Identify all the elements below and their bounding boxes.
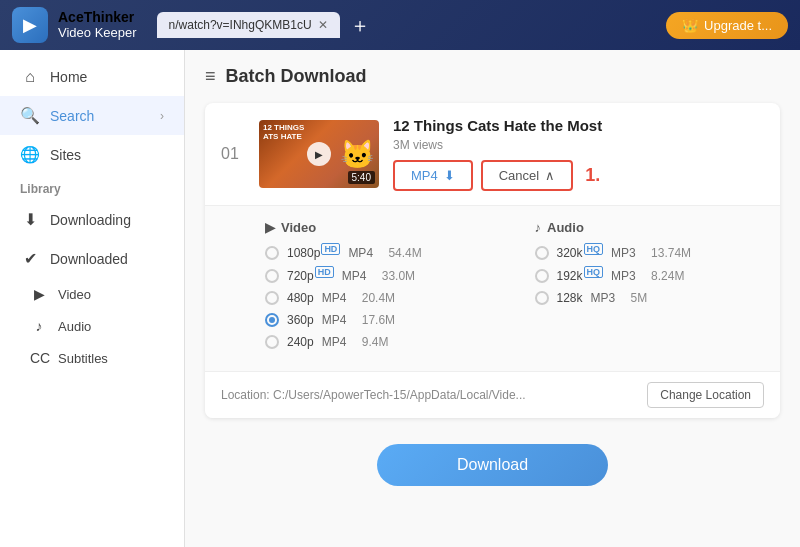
radio-128k[interactable] [535,291,549,305]
video-thumbnail: 12 THINGSATS HATE 🐱 ▶ 5:40 [259,120,379,188]
audio-icon: ♪ [30,318,48,334]
sidebar-subtitles-label: Subtitles [58,351,108,366]
home-icon: ⌂ [20,68,40,86]
radio-240p[interactable] [265,335,279,349]
format-row-240p[interactable]: 240p MP4 9.4M [265,335,495,349]
sites-icon: 🌐 [20,145,40,164]
new-tab-button[interactable]: ＋ [348,13,372,37]
radio-360p[interactable] [265,313,279,327]
format-row-480p[interactable]: 480p MP4 20.4M [265,291,495,305]
download-button[interactable]: Download [377,444,608,486]
app-logo: ▶ [12,7,48,43]
tab-close-icon[interactable]: ✕ [318,18,328,32]
sidebar-downloading-label: Downloading [50,212,131,228]
sidebar-item-audio[interactable]: ♪ Audio [0,310,184,342]
download-arrow-icon: ⬇ [444,168,455,183]
search-icon: 🔍 [20,106,40,125]
check-circle-icon: ✔ [20,249,40,268]
app-name: AceThinker Video Keeper [58,9,137,42]
audio-format-label: Audio [547,220,584,235]
radio-1080p[interactable] [265,246,279,260]
audio-format-header: ♪ Audio [535,220,765,235]
library-section-label: Library [0,174,184,200]
video-views: 3M views [393,138,764,152]
upgrade-button[interactable]: 👑 Upgrade t... [666,12,788,39]
audio-format-icon: ♪ [535,220,542,235]
main-layout: ⌂ Home 🔍 Search › 🌐 Sites Library ⬇ Down… [0,50,800,547]
download-section: Download [205,430,780,496]
video-info: 12 Things Cats Hate the Most 3M views MP… [393,117,764,191]
sidebar: ⌂ Home 🔍 Search › 🌐 Sites Library ⬇ Down… [0,50,185,547]
tab-label: n/watch?v=INhgQKMB1cU [169,18,312,32]
sidebar-item-home[interactable]: ⌂ Home [0,58,184,96]
radio-192k[interactable] [535,269,549,283]
sidebar-item-downloading[interactable]: ⬇ Downloading [0,200,184,239]
mp4-button[interactable]: MP4 ⬇ [393,160,473,191]
location-path: Location: C:/Users/ApowerTech-15/AppData… [221,388,526,402]
format-row-128k[interactable]: 128k MP3 5M [535,291,765,305]
play-button[interactable]: ▶ [307,142,331,166]
radio-320k[interactable] [535,246,549,260]
video-duration: 5:40 [348,171,375,184]
chevron-up-icon: ∧ [545,168,555,183]
sidebar-home-label: Home [50,69,87,85]
sidebar-sites-label: Sites [50,147,81,163]
page-header: ≡ Batch Download [205,66,780,87]
location-bar: Location: C:/Users/ApowerTech-15/AppData… [205,371,780,418]
video-format-label: Video [281,220,316,235]
radio-480p[interactable] [265,291,279,305]
sidebar-item-subtitles[interactable]: CC Subtitles [0,342,184,374]
change-location-button[interactable]: Change Location [647,382,764,408]
format-row-320k[interactable]: 320kHQ MP3 13.74M [535,245,765,260]
sidebar-video-label: Video [58,287,91,302]
video-formats: ▶ Video 1080pHD MP4 54.4M 720pHD MP4 33.… [265,220,495,357]
format-row-192k[interactable]: 192kHQ MP3 8.24M [535,268,765,283]
chevron-right-icon: › [160,109,164,123]
video-actions: MP4 ⬇ Cancel ∧ 1. [393,160,764,191]
page-title: Batch Download [226,66,367,87]
video-format-icon: ▶ [265,220,275,235]
main-content: ≡ Batch Download 01 12 THINGSATS HATE 🐱 … [185,50,800,547]
tab-bar: n/watch?v=INhgQKMB1cU ✕ ＋ [157,12,372,38]
download-icon: ⬇ [20,210,40,229]
radio-720p[interactable] [265,269,279,283]
sidebar-downloaded-label: Downloaded [50,251,128,267]
list-icon: ≡ [205,66,216,87]
sidebar-audio-label: Audio [58,319,91,334]
video-title: 12 Things Cats Hate the Most [393,117,764,134]
subtitles-icon: CC [30,350,48,366]
sidebar-item-sites[interactable]: 🌐 Sites [0,135,184,174]
video-card: 01 12 THINGSATS HATE 🐱 ▶ 5:40 12 Things … [205,103,780,418]
thumbnail-label: 12 THINGSATS HATE [263,124,304,142]
sidebar-search-label: Search [50,108,94,124]
sidebar-item-search[interactable]: 🔍 Search › [0,96,184,135]
active-tab[interactable]: n/watch?v=INhgQKMB1cU ✕ [157,12,340,38]
title-bar: ▶ AceThinker Video Keeper n/watch?v=INhg… [0,0,800,50]
format-row-1080p[interactable]: 1080pHD MP4 54.4M [265,245,495,260]
annotation-1: 1. [585,165,600,186]
cancel-button[interactable]: Cancel ∧ [481,160,573,191]
format-section: ▶ Video 1080pHD MP4 54.4M 720pHD MP4 33.… [205,205,780,371]
video-card-top: 01 12 THINGSATS HATE 🐱 ▶ 5:40 12 Things … [205,103,780,205]
format-row-720p[interactable]: 720pHD MP4 33.0M [265,268,495,283]
video-number: 01 [221,145,245,163]
video-icon: ▶ [30,286,48,302]
thumbnail-cat: 🐱 [340,138,375,171]
sidebar-item-downloaded[interactable]: ✔ Downloaded [0,239,184,278]
audio-formats: ♪ Audio 320kHQ MP3 13.74M 192kHQ MP3 8.2… [535,220,765,357]
sidebar-item-video[interactable]: ▶ Video [0,278,184,310]
video-format-header: ▶ Video [265,220,495,235]
format-row-360p[interactable]: 360p MP4 17.6M [265,313,495,327]
